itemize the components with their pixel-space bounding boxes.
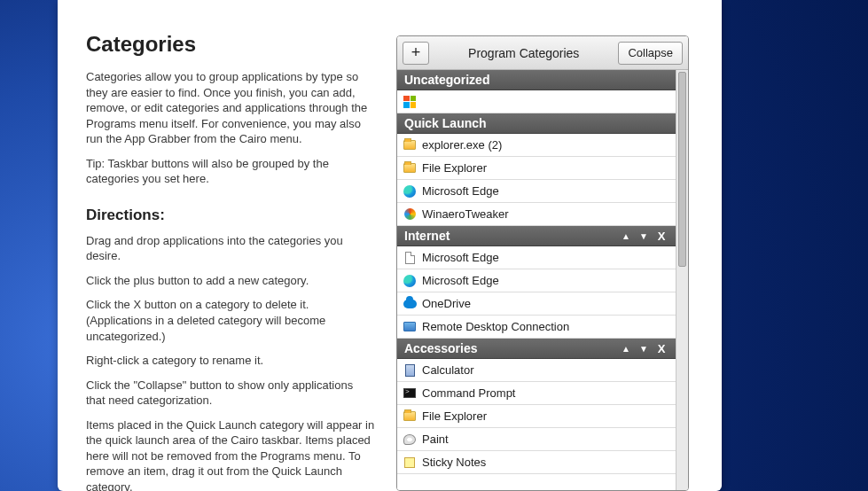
move-up-icon[interactable]: ▲	[619, 229, 633, 243]
direction-5: Click the "Collapse" button to show only…	[86, 378, 375, 409]
move-down-icon[interactable]: ▼	[637, 341, 651, 355]
app-label: Command Prompt	[422, 386, 515, 400]
move-down-icon[interactable]: ▼	[637, 229, 651, 243]
app-item[interactable]: WinaeroTweaker	[397, 203, 676, 226]
app-label: Calculator	[422, 363, 474, 377]
rdc-icon	[403, 320, 417, 334]
calc-icon	[403, 363, 417, 378]
categories-panel: + Program Categories Collapse Uncategori…	[396, 35, 689, 491]
app-item[interactable]: Paint	[397, 428, 676, 451]
app-label: Remote Desktop Connection	[422, 320, 569, 333]
app-item[interactable]: File Explorer	[397, 157, 676, 180]
app-item[interactable]: Remote Desktop Connection	[397, 316, 676, 339]
wizard-panel: Categories Categories allow you to group…	[58, 0, 722, 491]
app-label: WinaeroTweaker	[422, 207, 509, 221]
paint-icon	[403, 433, 417, 447]
categories-pane: + Program Categories Collapse Uncategori…	[396, 7, 693, 491]
direction-6: Items placed in the Quick Launch categor…	[86, 417, 375, 491]
app-label: Microsoft Edge	[422, 274, 499, 287]
app-item[interactable]	[397, 90, 676, 113]
edge-icon	[403, 274, 417, 288]
category-header[interactable]: Uncategorized	[397, 70, 676, 90]
sticky-icon	[403, 456, 417, 470]
app-label: Paint	[422, 433, 449, 446]
categories-scrollbody: UncategorizedQuick Launchexplorer.exe (2…	[397, 70, 688, 490]
folder-icon	[403, 138, 417, 152]
folder-icon	[403, 161, 417, 175]
move-up-icon[interactable]: ▲	[619, 341, 633, 355]
tip-paragraph: Tip: Taskbar buttons will also be groupe…	[86, 156, 375, 187]
intro-paragraph: Categories allow you to group applicatio…	[86, 69, 375, 147]
categories-header: + Program Categories Collapse	[397, 36, 688, 70]
category-name: Quick Launch	[404, 116, 669, 130]
collapse-button[interactable]: Collapse	[618, 42, 683, 65]
directions-heading: Directions:	[86, 207, 375, 224]
delete-category-icon[interactable]: X	[654, 229, 669, 243]
app-item[interactable]: Microsoft Edge	[397, 246, 676, 269]
page-title: Categories	[86, 32, 375, 57]
scrollbar[interactable]	[676, 70, 688, 490]
app-item[interactable]: Sticky Notes	[397, 451, 676, 474]
category-name: Accessories	[404, 341, 615, 355]
folder-icon	[403, 409, 417, 424]
edge-icon	[403, 184, 417, 199]
delete-category-icon[interactable]: X	[654, 341, 669, 355]
app-label: Microsoft Edge	[422, 184, 499, 198]
app-label: OneDrive	[422, 297, 471, 310]
app-label: Sticky Notes	[422, 456, 486, 469]
cloud-icon	[403, 297, 417, 311]
category-name: Uncategorized	[404, 73, 669, 87]
winaero-icon	[403, 207, 417, 222]
app-item[interactable]: explorer.exe (2)	[397, 134, 676, 157]
app-label: File Explorer	[422, 161, 487, 175]
category-header[interactable]: Quick Launch	[397, 113, 676, 134]
category-header[interactable]: Internet▲▼X	[397, 226, 676, 246]
add-category-button[interactable]: +	[403, 42, 429, 65]
app-item[interactable]: Microsoft Edge	[397, 180, 676, 203]
app-item[interactable]: Command Prompt	[397, 382, 676, 405]
category-header[interactable]: Accessories▲▼X	[397, 339, 676, 359]
app-item[interactable]: Calculator	[397, 359, 676, 382]
app-label: explorer.exe (2)	[422, 138, 502, 152]
app-label: Microsoft Edge	[422, 251, 499, 264]
direction-3: Click the X button on a category to dele…	[86, 297, 375, 344]
doc-icon	[403, 251, 417, 265]
app-item[interactable]: OneDrive	[397, 292, 676, 316]
direction-4: Right-click a category to rename it.	[86, 353, 375, 369]
category-name: Internet	[404, 229, 615, 243]
categories-header-title: Program Categories	[434, 46, 613, 60]
instructions-pane: Categories Categories allow you to group…	[86, 7, 375, 491]
app-item[interactable]: Microsoft Edge	[397, 269, 676, 292]
app-label: File Explorer	[422, 409, 487, 423]
win-icon	[403, 95, 417, 109]
direction-1: Drag and drop applications into the cate…	[86, 233, 375, 264]
cmd-icon	[403, 386, 417, 401]
categories-list: UncategorizedQuick Launchexplorer.exe (2…	[397, 70, 676, 490]
app-item[interactable]: File Explorer	[397, 405, 676, 428]
direction-2: Click the plus button to add a new categ…	[86, 273, 375, 289]
scrollbar-thumb[interactable]	[678, 72, 686, 267]
